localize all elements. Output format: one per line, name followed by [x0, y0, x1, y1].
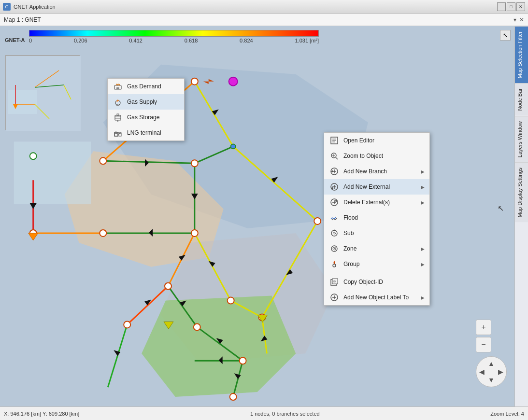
maximize-button[interactable]: □ — [507, 2, 515, 11]
navigation-pad[interactable]: ▲ ◀ ▶ ▼ — [476, 356, 507, 387]
svg-point-46 — [100, 230, 106, 237]
ctx-sub-label: Sub — [343, 230, 354, 237]
svg-point-94 — [334, 230, 335, 231]
selection-text: 1 nodes, 0 branches selected — [250, 411, 320, 417]
flood-icon — [329, 212, 340, 223]
zoom-icon — [329, 151, 340, 161]
add-branch-icon — [329, 166, 340, 177]
legend-val-1: 0.206 — [74, 38, 87, 43]
nav-down-arrow[interactable]: ▼ — [488, 376, 495, 384]
svg-point-97 — [334, 248, 335, 249]
map-tab-title[interactable]: Map 1 : GNET — [4, 16, 41, 23]
svg-rect-113 — [117, 114, 119, 115]
context-menu: Open Editor Zoom to Object Add New Branc… — [324, 132, 430, 306]
status-bar: X: 946.176 [km] Y: 609.280 [km] 1 nodes,… — [0, 406, 528, 420]
legend-val-3: 0.618 — [185, 38, 198, 43]
map-tab-bar: Map 1 : GNET ▾ ✕ — [0, 14, 528, 26]
legend-val-5: 1.031 [m²] — [295, 38, 319, 43]
sidebar-tab-display-settings[interactable]: Map Display Settings — [515, 162, 528, 222]
ctx-group[interactable]: Group ▶ — [324, 256, 429, 272]
svg-point-53 — [165, 283, 171, 290]
map-area[interactable]: 0 0.206 0.412 0.618 0.824 1.031 [m²] GNE… — [0, 26, 514, 406]
zoom-in-button[interactable]: + — [476, 320, 491, 335]
ctx-copy-id-label: Copy Object-ID — [343, 279, 383, 285]
svg-point-47 — [191, 78, 198, 85]
delete-externals-icon — [329, 197, 340, 208]
window-controls: ─ □ ✕ — [497, 2, 525, 11]
ctx-zoom-to-object[interactable]: Zoom to Object — [324, 148, 429, 164]
close-button[interactable]: ✕ — [516, 2, 525, 11]
sub-gas-supply[interactable]: Gas Supply — [108, 94, 184, 110]
ctx-group-label: Group — [343, 261, 359, 267]
ctx-open-editor-label: Open Editor — [343, 137, 374, 144]
svg-marker-6 — [30, 203, 37, 209]
svg-point-88 — [331, 187, 333, 189]
svg-point-57 — [240, 357, 246, 364]
gas-demand-icon — [113, 81, 123, 92]
collapse-button[interactable]: ⤡ — [500, 30, 511, 41]
ctx-sub[interactable]: Sub — [324, 225, 429, 241]
svg-point-52 — [228, 297, 234, 304]
group-arrow: ▶ — [421, 262, 425, 267]
ctx-flood-label: Flood — [343, 214, 358, 221]
legend-gradient — [29, 30, 319, 37]
inset-map — [5, 55, 80, 130]
legend-labels: 0 0.206 0.412 0.618 0.824 1.031 [m²] — [29, 38, 319, 43]
tab-menu-icon[interactable]: ▾ — [514, 16, 516, 23]
ctx-add-external[interactable]: Add New External ▶ — [324, 179, 429, 195]
svg-point-84 — [331, 170, 333, 172]
nav-up-arrow[interactable]: ▲ — [488, 360, 495, 367]
zoom-level-text: Zoom Level: 4 — [490, 411, 524, 417]
gas-storage-label: Gas Storage — [127, 114, 159, 121]
ctx-add-label[interactable]: Add New Object Label To ▶ — [324, 290, 429, 305]
gas-supply-icon — [113, 97, 123, 107]
svg-rect-65 — [8, 90, 37, 114]
nav-right-arrow[interactable]: ▶ — [498, 368, 503, 376]
zoom-out-button[interactable]: − — [476, 337, 491, 352]
sub-icon — [329, 228, 340, 238]
svg-marker-4 — [142, 296, 296, 397]
ctx-zone[interactable]: Zone ▶ — [324, 241, 429, 256]
svg-point-49 — [191, 160, 198, 167]
title-bar: G GNET Application ─ □ ✕ — [0, 0, 528, 14]
submenu-external: Gas Demand Gas Supply — [107, 78, 185, 141]
svg-marker-59 — [29, 233, 38, 240]
ctx-flood[interactable]: Flood — [324, 210, 429, 225]
svg-point-93 — [331, 230, 337, 236]
right-sidebar: Map Selection Filter Node Bar Layers Win… — [514, 26, 528, 406]
branch-arrow: ▶ — [421, 169, 425, 174]
gas-storage-icon — [113, 112, 123, 123]
app-title: GNET Application — [14, 4, 56, 10]
tab-close-icon[interactable]: ✕ — [519, 16, 524, 23]
main-layout: 0 0.206 0.412 0.618 0.824 1.031 [m²] GNE… — [0, 26, 528, 406]
gas-supply-label: Gas Supply — [127, 98, 157, 105]
legend-name: GNET-A — [5, 37, 25, 43]
svg-line-37 — [108, 324, 127, 387]
legend-bar: 0 0.206 0.412 0.618 0.824 1.031 [m²] GNE… — [5, 30, 490, 49]
add-label-icon — [329, 292, 340, 303]
ctx-add-branch[interactable]: Add New Branch ▶ — [324, 164, 429, 179]
minimize-button[interactable]: ─ — [497, 2, 506, 11]
sidebar-tab-map-selection[interactable]: Map Selection Filter — [515, 26, 528, 83]
coordinates-text: X: 946.176 [km] Y: 609.280 [km] — [4, 411, 79, 417]
ctx-add-label-text: Add New Object Label To — [343, 294, 409, 301]
ctx-open-editor[interactable]: Open Editor — [324, 133, 429, 148]
zoom-controls: + − ▲ ◀ ▶ ▼ — [476, 320, 507, 387]
legend-val-0: 0 — [29, 38, 32, 43]
ctx-delete-externals[interactable]: Delete External(s) ▶ — [324, 195, 429, 210]
app-icon: G — [3, 3, 11, 11]
sub-gas-demand[interactable]: Gas Demand — [108, 79, 184, 94]
sub-gas-storage[interactable]: Gas Storage — [108, 110, 184, 125]
sub-lng-terminal[interactable]: LNG terminal — [108, 125, 184, 140]
svg-rect-110 — [115, 115, 121, 120]
svg-point-51 — [314, 218, 321, 224]
sidebar-tab-node-bar[interactable]: Node Bar — [515, 83, 528, 115]
svg-point-92 — [335, 200, 337, 202]
ctx-copy-id[interactable]: ID Copy Object-ID — [324, 274, 429, 290]
svg-line-78 — [336, 157, 338, 159]
zone-arrow: ▶ — [421, 246, 425, 252]
nav-left-arrow[interactable]: ◀ — [479, 368, 485, 376]
sidebar-tab-layers[interactable]: Layers Window — [515, 116, 528, 162]
ctx-zoom-label: Zoom to Object — [343, 153, 383, 159]
svg-point-43 — [30, 153, 37, 159]
